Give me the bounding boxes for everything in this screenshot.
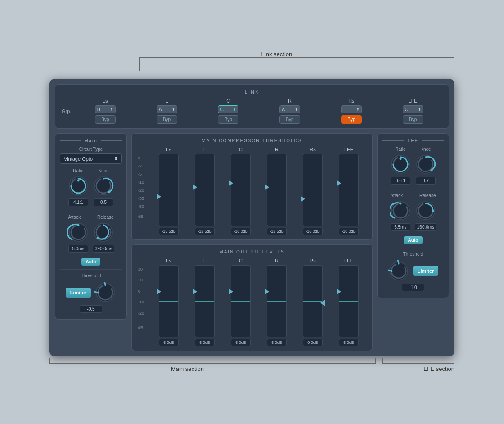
- link-select-rs[interactable]: - ⬍: [341, 105, 362, 113]
- lfe-attack-label: Attack: [390, 193, 403, 198]
- main-auto-button[interactable]: Auto: [81, 258, 101, 266]
- link-label-c: C: [226, 98, 230, 104]
- lfe-threshold-knob-group: [388, 260, 410, 282]
- byp-btn-c[interactable]: Byp: [218, 115, 238, 124]
- out-track-l[interactable]: [195, 265, 215, 337]
- output-scale: 20 10 0 -10 -20 dB: [138, 258, 150, 330]
- comp-value-l: -12.5dB: [195, 228, 215, 235]
- link-label-ls: Ls: [103, 98, 108, 104]
- svg-point-17: [400, 158, 402, 160]
- out-scale-20: 20: [138, 267, 150, 271]
- link-select-lfe[interactable]: C ⬍: [403, 105, 423, 113]
- svg-point-20: [431, 169, 433, 171]
- main-ratio-group: Ratio 4.1:1: [68, 168, 89, 206]
- svg-point-29: [390, 270, 392, 272]
- comp-track-r[interactable]: [267, 154, 287, 226]
- svg-point-26: [432, 210, 434, 212]
- comp-track-ls[interactable]: [159, 154, 179, 226]
- link-channel-r: R A ⬍ Byp: [261, 98, 320, 124]
- main-release-knob[interactable]: [93, 221, 114, 243]
- comp-scale-10: -10: [138, 180, 150, 185]
- lfe-attack-value: 5.5ms: [391, 223, 410, 231]
- comp-label-ls: Ls: [166, 147, 171, 152]
- comp-track-lfe[interactable]: [339, 154, 359, 226]
- out-track-lfe[interactable]: [339, 265, 359, 337]
- main-attack-label-row: Attack Release: [60, 215, 122, 220]
- lfe-limiter-button[interactable]: Limiter: [413, 266, 439, 276]
- comp-scale-db: dB: [138, 214, 150, 219]
- out-channel-c: C 6.0dB: [224, 258, 258, 346]
- lfe-knee-knob[interactable]: [415, 153, 436, 175]
- byp-btn-rs[interactable]: Byp: [341, 115, 362, 124]
- out-thumb-ls: [157, 289, 161, 295]
- comp-value-ls: -15.5dB: [159, 228, 179, 235]
- out-track-ls[interactable]: [159, 265, 179, 337]
- out-label-l: L: [203, 258, 206, 263]
- out-label-r: R: [275, 258, 279, 263]
- comp-label-l: L: [203, 147, 206, 152]
- circuit-type-select[interactable]: Vintage Opto ⬍: [60, 153, 122, 164]
- lfe-threshold-container: Threshold: [382, 252, 444, 291]
- lfe-threshold-knob[interactable]: [388, 260, 410, 282]
- link-select-l[interactable]: A ⬍: [157, 105, 177, 113]
- lfe-header-line-right: [422, 140, 444, 141]
- out-value-ls: 6.0dB: [159, 339, 179, 346]
- main-attack-label: Attack: [68, 215, 81, 220]
- comp-scale-50: -50: [138, 204, 150, 209]
- lfe-ratio-knob[interactable]: [390, 153, 411, 175]
- lfe-release-knob[interactable]: [415, 200, 436, 221]
- grp-label: Grp.: [62, 108, 71, 114]
- svg-point-14: [97, 292, 99, 294]
- link-select-r[interactable]: A ⬍: [279, 105, 300, 113]
- main-threshold-knob-group: [94, 282, 116, 303]
- main-ratio-label: Ratio: [73, 168, 83, 173]
- main-ratio-knob[interactable]: [68, 175, 89, 197]
- out-track-r[interactable]: [267, 265, 287, 337]
- out-track-c[interactable]: [231, 265, 251, 337]
- byp-btn-l[interactable]: Byp: [157, 115, 177, 124]
- main-limiter-button[interactable]: Limiter: [66, 288, 91, 298]
- lfe-knee-value: 0.7: [416, 177, 436, 185]
- main-attack-knob[interactable]: [68, 221, 89, 243]
- circuit-type-value: Vintage Opto: [64, 156, 93, 162]
- out-track-rs[interactable]: [303, 265, 323, 337]
- comp-channel-r: R -12.5dB: [260, 147, 294, 235]
- output-section: Main Output Levels 20 10 0 -10 -20 dB: [131, 244, 373, 351]
- svg-point-8: [77, 224, 79, 226]
- main-attack-release-row: 5.0ms 390.0ms: [60, 221, 122, 253]
- comp-track-l[interactable]: [195, 154, 215, 226]
- comp-track-rs[interactable]: [303, 154, 323, 226]
- main-section-label: Main section: [171, 365, 204, 372]
- link-grid: Grp. Ls B ⬍ Byp L A ⬍ Byp C C ⬍ Byp: [62, 98, 442, 124]
- main-threshold-label: Threshold: [60, 273, 122, 278]
- lfe-release-value: 160.0ms: [415, 223, 436, 231]
- link-select-c[interactable]: C ⬍: [218, 105, 238, 113]
- out-scale-db: dB: [138, 325, 150, 330]
- circuit-type-container: Circuit Type Vintage Opto ⬍: [60, 147, 122, 164]
- out-scale-0: 0: [138, 289, 150, 293]
- link-section-label: Link section: [261, 51, 292, 58]
- link-select-ls[interactable]: B ⬍: [95, 105, 116, 113]
- out-thumb-lfe: [337, 289, 341, 295]
- out-channel-ls: Ls 6.0dB: [152, 258, 186, 346]
- lfe-header-text: LFE: [404, 138, 422, 143]
- out-thumb-r: [265, 289, 269, 295]
- lfe-header-line-left: [382, 140, 404, 141]
- byp-btn-ls[interactable]: Byp: [95, 115, 116, 124]
- lfe-auto-button[interactable]: Auto: [404, 236, 423, 244]
- main-divider1: [60, 211, 122, 211]
- lfe-header: LFE: [382, 138, 444, 143]
- svg-point-5: [108, 191, 111, 193]
- byp-btn-r[interactable]: Byp: [279, 115, 300, 124]
- lfe-attack-knob[interactable]: [390, 200, 411, 221]
- main-threshold-knob[interactable]: [94, 282, 116, 303]
- output-faders-row: 20 10 0 -10 -20 dB Ls: [138, 258, 366, 346]
- out-zero-rs: [303, 301, 322, 302]
- comp-thumb-rs: [301, 196, 305, 202]
- main-section-box: Main Circuit Type Vintage Opto ⬍: [55, 133, 127, 320]
- lfe-release-label: Release: [419, 193, 436, 198]
- comp-track-c[interactable]: [231, 154, 251, 226]
- main-knee-knob[interactable]: [93, 175, 114, 197]
- byp-btn-lfe[interactable]: Byp: [403, 115, 423, 124]
- main-knee-label: Knee: [98, 168, 108, 173]
